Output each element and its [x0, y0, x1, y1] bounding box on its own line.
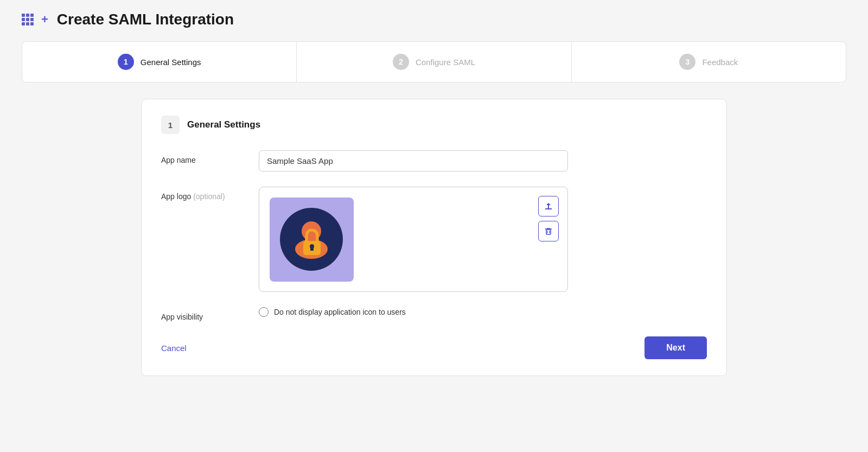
visibility-option-row: Do not display application icon to users	[259, 307, 707, 317]
step-1-label: General Settings	[141, 58, 201, 67]
app-logo-control	[259, 187, 707, 292]
app-logo-row: App logo (optional)	[161, 187, 707, 292]
plus-icon: +	[41, 12, 48, 27]
page-header: + Create SAML Integration	[22, 11, 846, 28]
svg-rect-7	[546, 230, 551, 234]
step-3-number: 3	[679, 54, 695, 70]
step-1-number: 1	[118, 54, 134, 70]
page-title: Create SAML Integration	[57, 11, 234, 28]
grid-icon	[22, 14, 34, 26]
steps-bar: 1 General Settings 2 Configure SAML 3 Fe…	[22, 41, 846, 82]
svg-rect-6	[310, 246, 314, 251]
app-name-control	[259, 150, 707, 171]
cancel-button[interactable]: Cancel	[161, 343, 187, 353]
card-title: General Settings	[187, 119, 260, 130]
app-name-row: App name	[161, 150, 707, 171]
app-name-input[interactable]	[259, 150, 568, 171]
upload-button[interactable]	[538, 196, 559, 217]
step-2[interactable]: 2 Configure SAML	[297, 42, 571, 82]
next-button[interactable]: Next	[644, 336, 707, 359]
delete-icon	[544, 226, 553, 236]
app-visibility-label: App visibility	[161, 307, 259, 321]
main-card: 1 General Settings App name App logo (op…	[141, 99, 727, 376]
app-logo-label: App logo (optional)	[161, 187, 259, 201]
delete-button[interactable]	[538, 221, 559, 241]
app-name-label: App name	[161, 150, 259, 164]
step-3[interactable]: 3 Feedback	[572, 42, 846, 82]
logo-preview	[268, 196, 355, 283]
upload-icon	[544, 201, 553, 211]
step-2-label: Configure SAML	[416, 58, 475, 67]
logo-svg	[270, 198, 354, 282]
logo-actions	[538, 196, 559, 241]
form-footer: Cancel Next	[161, 336, 707, 359]
visibility-radio[interactable]	[259, 307, 269, 317]
step-1[interactable]: 1 General Settings	[22, 42, 297, 82]
step-3-label: Feedback	[702, 58, 738, 67]
card-step-badge: 1	[161, 116, 180, 134]
app-visibility-control: Do not display application icon to users	[259, 307, 707, 317]
visibility-option-label: Do not display application icon to users	[274, 308, 406, 316]
step-2-number: 2	[393, 54, 409, 70]
app-visibility-row: App visibility Do not display applicatio…	[161, 307, 707, 321]
card-header: 1 General Settings	[161, 116, 707, 134]
logo-upload-area	[259, 187, 568, 292]
